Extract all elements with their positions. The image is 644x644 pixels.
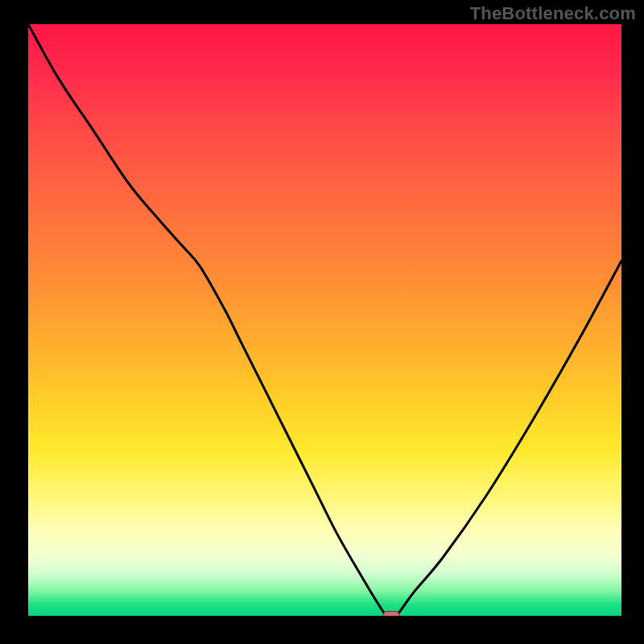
bottleneck-curve-svg (28, 24, 621, 616)
plot-area (28, 24, 621, 616)
chart-frame: TheBottleneck.com (0, 0, 644, 644)
optimal-point-marker (382, 611, 400, 616)
watermark-text: TheBottleneck.com (470, 3, 636, 24)
bottleneck-curve-path (28, 24, 621, 616)
